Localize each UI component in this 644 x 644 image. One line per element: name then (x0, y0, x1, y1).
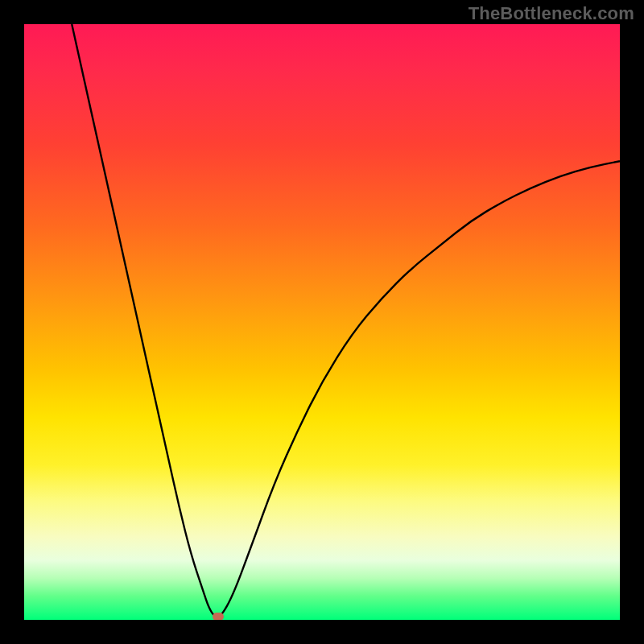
watermark-text: TheBottleneck.com (469, 3, 634, 24)
plot-area (24, 24, 620, 620)
optimum-marker (213, 613, 224, 620)
curve-path (72, 24, 620, 617)
bottleneck-curve (24, 24, 620, 620)
chart-frame: TheBottleneck.com (0, 0, 644, 644)
